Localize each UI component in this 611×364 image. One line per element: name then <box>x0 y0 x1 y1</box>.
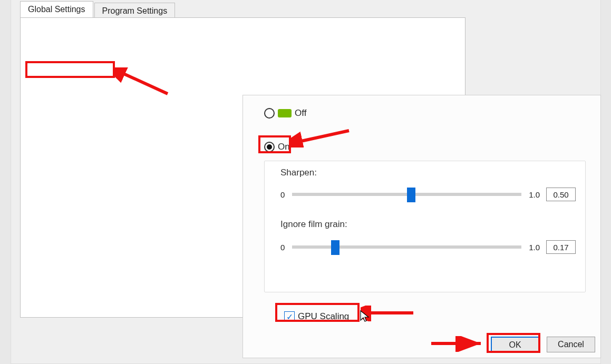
sharpen-min: 0 <box>280 190 285 199</box>
gpu-scaling-label: GPU Scaling <box>298 311 349 322</box>
sharpen-label: Sharpen: <box>280 168 317 178</box>
cancel-button[interactable]: Cancel <box>547 337 595 352</box>
grain-slider[interactable] <box>292 245 521 249</box>
grain-value[interactable]: 0.17 <box>546 240 576 254</box>
grain-max: 1.0 <box>529 243 540 252</box>
grain-slider-row: 0 1.0 0.17 <box>280 240 576 254</box>
gpu-scaling-row[interactable]: ✓ GPU Scaling <box>284 311 349 322</box>
tab-global-settings[interactable]: Global Settings <box>20 1 93 17</box>
nvidia-icon <box>278 109 292 117</box>
radio-on[interactable] <box>264 142 275 152</box>
radio-off-label: Off <box>295 108 306 119</box>
radio-off[interactable] <box>264 108 275 119</box>
radio-on-row[interactable]: On <box>264 142 290 152</box>
grain-min: 0 <box>280 243 285 252</box>
sharpen-fieldset: Sharpen: 0 1.0 0.50 Ignore film grain: 0… <box>264 161 586 292</box>
image-sharpening-popup: Off On Sharpen: 0 1.0 0.50 Ignore film g… <box>243 95 601 358</box>
sharpen-slider[interactable] <box>292 193 521 196</box>
grain-label: Ignore film grain: <box>280 219 347 230</box>
radio-off-row[interactable]: Off <box>264 108 306 119</box>
grain-slider-thumb[interactable] <box>331 240 340 255</box>
sharpen-value[interactable]: 0.50 <box>546 188 576 201</box>
ok-button[interactable]: OK <box>491 337 539 352</box>
radio-on-label: On <box>278 142 290 152</box>
tab-program-settings[interactable]: Program Settings <box>94 3 176 19</box>
gpu-scaling-checkbox[interactable]: ✓ <box>284 311 295 322</box>
sharpen-slider-row: 0 1.0 0.50 <box>280 188 576 201</box>
sharpen-slider-thumb[interactable] <box>407 188 415 202</box>
sharpen-max: 1.0 <box>529 190 540 199</box>
